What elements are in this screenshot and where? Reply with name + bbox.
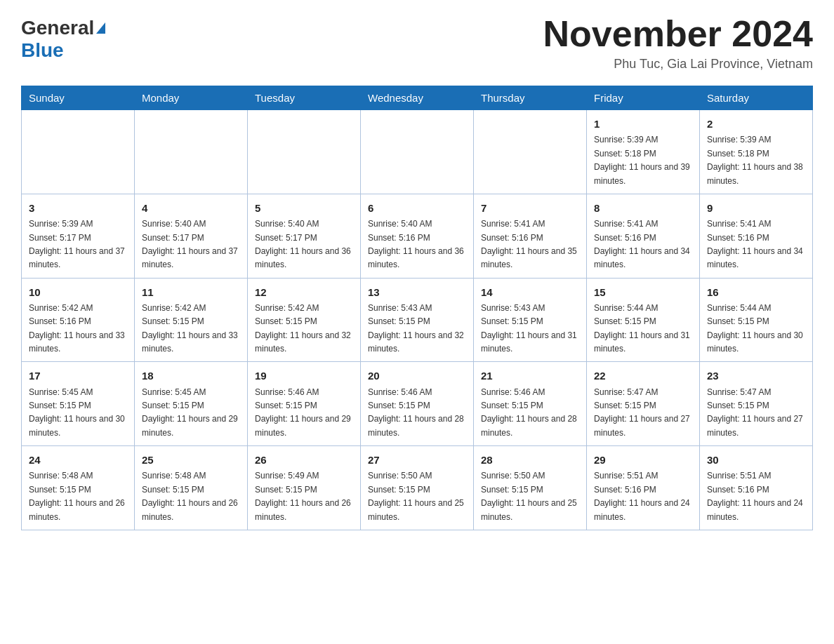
table-cell: 10Sunrise: 5:42 AMSunset: 5:16 PMDayligh… [22, 278, 135, 362]
day-info: Sunrise: 5:40 AMSunset: 5:16 PMDaylight:… [368, 219, 464, 269]
day-number: 17 [29, 368, 127, 384]
day-number: 5 [255, 200, 353, 216]
calendar-title: November 2024 [543, 14, 813, 54]
day-info: Sunrise: 5:45 AMSunset: 5:15 PMDaylight:… [29, 387, 125, 438]
day-info: Sunrise: 5:44 AMSunset: 5:15 PMDaylight:… [707, 303, 803, 354]
header-thursday: Thursday [474, 86, 587, 110]
day-info: Sunrise: 5:47 AMSunset: 5:15 PMDaylight:… [707, 387, 803, 438]
day-info: Sunrise: 5:39 AMSunset: 5:18 PMDaylight:… [594, 135, 690, 185]
day-info: Sunrise: 5:39 AMSunset: 5:18 PMDaylight:… [707, 135, 803, 185]
week-row-5: 24Sunrise: 5:48 AMSunset: 5:15 PMDayligh… [22, 446, 813, 530]
table-cell [361, 110, 474, 194]
header-tuesday: Tuesday [248, 86, 361, 110]
day-number: 29 [594, 452, 692, 468]
table-cell [248, 110, 361, 194]
table-cell: 9Sunrise: 5:41 AMSunset: 5:16 PMDaylight… [700, 194, 813, 278]
day-info: Sunrise: 5:41 AMSunset: 5:16 PMDaylight:… [594, 219, 690, 269]
table-cell [22, 110, 135, 194]
logo: General Blue [21, 14, 105, 62]
day-number: 27 [368, 452, 466, 468]
table-cell: 13Sunrise: 5:43 AMSunset: 5:15 PMDayligh… [361, 278, 474, 362]
week-row-3: 10Sunrise: 5:42 AMSunset: 5:16 PMDayligh… [22, 278, 813, 362]
table-cell: 8Sunrise: 5:41 AMSunset: 5:16 PMDaylight… [587, 194, 700, 278]
table-cell: 25Sunrise: 5:48 AMSunset: 5:15 PMDayligh… [135, 446, 248, 530]
day-number: 12 [255, 284, 353, 300]
table-cell: 14Sunrise: 5:43 AMSunset: 5:15 PMDayligh… [474, 278, 587, 362]
day-number: 18 [142, 368, 240, 384]
day-info: Sunrise: 5:42 AMSunset: 5:15 PMDaylight:… [255, 303, 351, 354]
header-sunday: Sunday [22, 86, 135, 110]
day-info: Sunrise: 5:41 AMSunset: 5:16 PMDaylight:… [707, 219, 803, 269]
logo-blue-text: Blue [21, 39, 64, 62]
day-info: Sunrise: 5:40 AMSunset: 5:17 PMDaylight:… [142, 219, 238, 269]
day-info: Sunrise: 5:48 AMSunset: 5:15 PMDaylight:… [29, 471, 125, 521]
table-cell: 28Sunrise: 5:50 AMSunset: 5:15 PMDayligh… [474, 446, 587, 530]
header-monday: Monday [135, 86, 248, 110]
table-cell: 27Sunrise: 5:50 AMSunset: 5:15 PMDayligh… [361, 446, 474, 530]
day-info: Sunrise: 5:46 AMSunset: 5:15 PMDaylight:… [481, 387, 577, 438]
week-row-1: 1Sunrise: 5:39 AMSunset: 5:18 PMDaylight… [22, 110, 813, 194]
day-number: 4 [142, 200, 240, 216]
table-cell: 1Sunrise: 5:39 AMSunset: 5:18 PMDaylight… [587, 110, 700, 194]
day-info: Sunrise: 5:41 AMSunset: 5:16 PMDaylight:… [481, 219, 577, 269]
location-subtitle: Phu Tuc, Gia Lai Province, Vietnam [543, 57, 813, 72]
table-cell [474, 110, 587, 194]
week-row-4: 17Sunrise: 5:45 AMSunset: 5:15 PMDayligh… [22, 362, 813, 446]
day-number: 26 [255, 452, 353, 468]
table-cell: 23Sunrise: 5:47 AMSunset: 5:15 PMDayligh… [700, 362, 813, 446]
header-saturday: Saturday [700, 86, 813, 110]
day-info: Sunrise: 5:39 AMSunset: 5:17 PMDaylight:… [29, 219, 125, 269]
day-info: Sunrise: 5:42 AMSunset: 5:15 PMDaylight:… [142, 303, 238, 354]
day-number: 19 [255, 368, 353, 384]
table-cell: 2Sunrise: 5:39 AMSunset: 5:18 PMDaylight… [700, 110, 813, 194]
table-cell: 17Sunrise: 5:45 AMSunset: 5:15 PMDayligh… [22, 362, 135, 446]
day-info: Sunrise: 5:50 AMSunset: 5:15 PMDaylight:… [368, 471, 464, 521]
table-cell: 7Sunrise: 5:41 AMSunset: 5:16 PMDaylight… [474, 194, 587, 278]
day-number: 16 [707, 284, 805, 300]
table-cell: 4Sunrise: 5:40 AMSunset: 5:17 PMDaylight… [135, 194, 248, 278]
day-number: 25 [142, 452, 240, 468]
page-header: General Blue November 2024 Phu Tuc, Gia … [21, 14, 813, 72]
table-cell: 6Sunrise: 5:40 AMSunset: 5:16 PMDaylight… [361, 194, 474, 278]
table-cell: 15Sunrise: 5:44 AMSunset: 5:15 PMDayligh… [587, 278, 700, 362]
day-info: Sunrise: 5:48 AMSunset: 5:15 PMDaylight:… [142, 471, 238, 521]
day-info: Sunrise: 5:50 AMSunset: 5:15 PMDaylight:… [481, 471, 577, 521]
day-number: 22 [594, 368, 692, 384]
day-info: Sunrise: 5:43 AMSunset: 5:15 PMDaylight:… [481, 303, 577, 354]
table-cell: 11Sunrise: 5:42 AMSunset: 5:15 PMDayligh… [135, 278, 248, 362]
table-cell: 12Sunrise: 5:42 AMSunset: 5:15 PMDayligh… [248, 278, 361, 362]
table-cell: 16Sunrise: 5:44 AMSunset: 5:15 PMDayligh… [700, 278, 813, 362]
title-section: November 2024 Phu Tuc, Gia Lai Province,… [543, 14, 813, 72]
logo-triangle-icon [96, 22, 105, 34]
day-number: 8 [594, 200, 692, 216]
day-number: 11 [142, 284, 240, 300]
day-info: Sunrise: 5:42 AMSunset: 5:16 PMDaylight:… [29, 303, 125, 354]
day-number: 24 [29, 452, 127, 468]
day-info: Sunrise: 5:51 AMSunset: 5:16 PMDaylight:… [594, 471, 690, 521]
day-number: 13 [368, 284, 466, 300]
weekday-header-row: Sunday Monday Tuesday Wednesday Thursday… [22, 86, 813, 110]
table-cell: 22Sunrise: 5:47 AMSunset: 5:15 PMDayligh… [587, 362, 700, 446]
table-cell: 18Sunrise: 5:45 AMSunset: 5:15 PMDayligh… [135, 362, 248, 446]
day-number: 3 [29, 200, 127, 216]
table-cell: 3Sunrise: 5:39 AMSunset: 5:17 PMDaylight… [22, 194, 135, 278]
day-number: 14 [481, 284, 579, 300]
table-cell: 29Sunrise: 5:51 AMSunset: 5:16 PMDayligh… [587, 446, 700, 530]
table-cell: 21Sunrise: 5:46 AMSunset: 5:15 PMDayligh… [474, 362, 587, 446]
table-cell: 19Sunrise: 5:46 AMSunset: 5:15 PMDayligh… [248, 362, 361, 446]
day-number: 1 [594, 116, 692, 132]
day-number: 7 [481, 200, 579, 216]
day-info: Sunrise: 5:47 AMSunset: 5:15 PMDaylight:… [594, 387, 690, 438]
day-number: 28 [481, 452, 579, 468]
day-number: 9 [707, 200, 805, 216]
day-number: 10 [29, 284, 127, 300]
table-cell [135, 110, 248, 194]
day-info: Sunrise: 5:46 AMSunset: 5:15 PMDaylight:… [368, 387, 464, 438]
header-friday: Friday [587, 86, 700, 110]
logo-general-text: General [21, 17, 94, 39]
day-info: Sunrise: 5:44 AMSunset: 5:15 PMDaylight:… [594, 303, 690, 354]
day-number: 21 [481, 368, 579, 384]
day-info: Sunrise: 5:49 AMSunset: 5:15 PMDaylight:… [255, 471, 351, 521]
day-number: 30 [707, 452, 805, 468]
calendar-table: Sunday Monday Tuesday Wednesday Thursday… [21, 86, 813, 530]
